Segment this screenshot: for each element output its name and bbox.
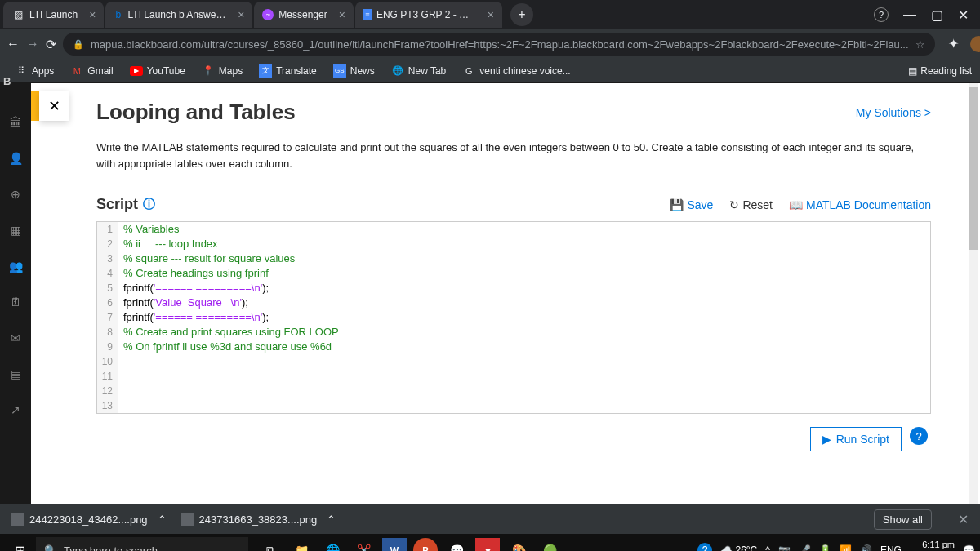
code-line[interactable]: 10 bbox=[97, 354, 930, 369]
tab-2[interactable]: ~ Messenger × bbox=[254, 2, 354, 28]
bookmark-apps[interactable]: ⠿Apps bbox=[8, 61, 60, 81]
close-icon[interactable]: × bbox=[488, 8, 494, 21]
close-icon[interactable]: × bbox=[339, 8, 345, 21]
clock[interactable]: 6:11 pm04/10/2021 bbox=[910, 540, 955, 551]
word-icon[interactable]: W bbox=[382, 538, 407, 551]
code-text[interactable]: % On fprintf ii use %3d and square use %… bbox=[118, 340, 332, 354]
minimize-icon[interactable]: ― bbox=[903, 7, 916, 23]
code-line[interactable]: 8% Create and print squares using FOR LO… bbox=[97, 325, 930, 340]
app-icon[interactable]: ▾ bbox=[475, 538, 500, 551]
url-input[interactable]: 🔒 mapua.blackboard.com/ultra/courses/_85… bbox=[63, 33, 935, 56]
code-text[interactable]: % Create headings using fprinf bbox=[118, 266, 269, 281]
code-line[interactable]: 1% Variables bbox=[97, 222, 930, 237]
activity-icon[interactable]: ⊕ bbox=[11, 188, 20, 201]
extension-icon[interactable]: ✦ bbox=[948, 36, 959, 52]
task-view-icon[interactable]: ⧉ bbox=[258, 538, 283, 551]
star-icon[interactable]: ☆ bbox=[915, 38, 925, 51]
code-line[interactable]: 4% Create headings using fprinf bbox=[97, 266, 930, 281]
reading-list-button[interactable]: ▤Reading list bbox=[908, 65, 972, 77]
bookmark-youtube[interactable]: ▶YouTube bbox=[123, 62, 192, 80]
code-line[interactable]: 2% ii --- loop Index bbox=[97, 237, 930, 251]
code-editor[interactable]: 1% Variables2% ii --- loop Index3% squar… bbox=[96, 221, 931, 414]
scrollbar[interactable] bbox=[969, 83, 978, 504]
save-button[interactable]: 💾Save bbox=[670, 198, 713, 211]
tools-icon[interactable]: ↗ bbox=[11, 403, 20, 416]
chevron-up-icon[interactable]: ⌃ bbox=[327, 513, 336, 526]
code-text[interactable] bbox=[118, 354, 123, 369]
help-button[interactable]: ? bbox=[910, 427, 928, 445]
tab-3[interactable]: ≡ ENG PT3 GRP 2 - Google Docs × bbox=[355, 2, 502, 28]
code-text[interactable]: % square --- result for square values bbox=[118, 251, 295, 266]
help-icon[interactable]: ? bbox=[697, 543, 712, 551]
run-script-button[interactable]: ▶Run Script bbox=[810, 427, 902, 451]
close-icon[interactable]: ✕ bbox=[958, 7, 969, 23]
help-icon[interactable]: ⓘ bbox=[143, 197, 155, 212]
mic-icon[interactable]: 🎤 bbox=[799, 544, 811, 551]
code-line[interactable]: 5fprintf('====== =========\n'); bbox=[97, 281, 930, 295]
download-item-1[interactable]: 243731663_38823....png⌃ bbox=[181, 513, 336, 526]
code-text[interactable]: % Variables bbox=[118, 222, 179, 237]
code-text[interactable]: fprintf('====== =========\n'); bbox=[118, 310, 269, 325]
camera-icon[interactable]: 📷 bbox=[778, 544, 791, 551]
sound-icon[interactable]: 🔊 bbox=[860, 544, 872, 551]
calendar-icon[interactable]: 🗓 bbox=[10, 295, 21, 309]
code-text[interactable]: % Create and print squares using FOR LOO… bbox=[118, 325, 339, 340]
code-line[interactable]: 3% square --- result for square values bbox=[97, 251, 930, 266]
grades-icon[interactable]: ▤ bbox=[11, 367, 21, 380]
start-button[interactable]: ⊞ bbox=[5, 543, 34, 552]
organizations-icon[interactable]: 👥 bbox=[9, 260, 23, 273]
show-all-button[interactable]: Show all bbox=[874, 509, 932, 530]
profile-icon[interactable]: 👤 bbox=[9, 152, 23, 165]
code-line[interactable]: 9% On fprintf ii use %3d and square use … bbox=[97, 340, 930, 354]
bookmark-news[interactable]: GSNews bbox=[327, 61, 381, 81]
new-tab-button[interactable]: + bbox=[510, 3, 533, 26]
back-button[interactable]: ← bbox=[7, 37, 20, 51]
explorer-icon[interactable]: 📁 bbox=[289, 538, 314, 551]
code-line[interactable]: 11 bbox=[97, 369, 930, 384]
battery-icon[interactable]: 🔋 bbox=[819, 544, 831, 551]
close-panel-button[interactable]: ✕ bbox=[39, 91, 69, 121]
bookmark-translate[interactable]: 文Translate bbox=[252, 61, 323, 81]
code-line[interactable]: 12 bbox=[97, 384, 930, 398]
maximize-icon[interactable]: ▢ bbox=[931, 7, 943, 23]
bookmark-newtab[interactable]: 🌐New Tab bbox=[385, 61, 452, 81]
code-line[interactable]: 13 bbox=[97, 398, 930, 413]
code-text[interactable] bbox=[118, 369, 123, 384]
edge-icon[interactable]: 🌐 bbox=[320, 538, 345, 551]
code-text[interactable]: fprintf('Value Square \n'); bbox=[118, 295, 248, 310]
close-icon[interactable]: ✕ bbox=[958, 512, 969, 527]
weather-widget[interactable]: ☁️ 26°C bbox=[720, 544, 757, 551]
code-text[interactable] bbox=[118, 398, 123, 413]
language-indicator[interactable]: ENG bbox=[880, 544, 902, 551]
tab-0[interactable]: ▨ LTI Launch × bbox=[3, 2, 104, 28]
bookmark-venti[interactable]: Gventi chinese voice... bbox=[456, 61, 577, 81]
powerpoint-icon[interactable]: P bbox=[413, 538, 438, 551]
messenger-icon[interactable]: 💬 bbox=[444, 538, 469, 551]
search-input[interactable]: 🔍Type here to search bbox=[36, 537, 248, 551]
code-text[interactable]: fprintf('====== =========\n'); bbox=[118, 281, 269, 295]
wifi-icon[interactable]: 📶 bbox=[840, 544, 852, 551]
close-icon[interactable]: × bbox=[89, 8, 96, 21]
notifications-icon[interactable]: 💬 bbox=[963, 544, 975, 551]
code-line[interactable]: 7fprintf('====== =========\n'); bbox=[97, 310, 930, 325]
code-text[interactable]: % ii --- loop Index bbox=[118, 237, 218, 251]
reload-button[interactable]: ⟳ bbox=[46, 37, 56, 52]
courses-icon[interactable]: ▦ bbox=[11, 224, 21, 237]
documentation-link[interactable]: 📖MATLAB Documentation bbox=[789, 198, 931, 211]
chevron-up-icon[interactable]: ⌃ bbox=[158, 513, 167, 526]
scroll-thumb[interactable] bbox=[969, 87, 978, 250]
my-solutions-link[interactable]: My Solutions > bbox=[856, 106, 931, 119]
messages-icon[interactable]: ✉ bbox=[11, 331, 20, 344]
institution-icon[interactable]: 🏛 bbox=[10, 116, 21, 129]
profile-icon[interactable] bbox=[970, 36, 980, 52]
help-icon[interactable]: ? bbox=[874, 7, 889, 22]
bookmark-maps[interactable]: 📍Maps bbox=[195, 61, 249, 81]
chrome-icon[interactable]: 🟢 bbox=[537, 538, 562, 551]
snip-icon[interactable]: ✂️ bbox=[351, 538, 376, 551]
code-line[interactable]: 6fprintf('Value Square \n'); bbox=[97, 295, 930, 310]
bookmark-gmail[interactable]: MGmail bbox=[64, 61, 119, 81]
app-icon[interactable]: 🎨 bbox=[506, 538, 531, 551]
forward-button[interactable]: → bbox=[26, 37, 39, 51]
code-text[interactable] bbox=[118, 384, 123, 398]
reset-button[interactable]: ↻Reset bbox=[729, 198, 773, 211]
